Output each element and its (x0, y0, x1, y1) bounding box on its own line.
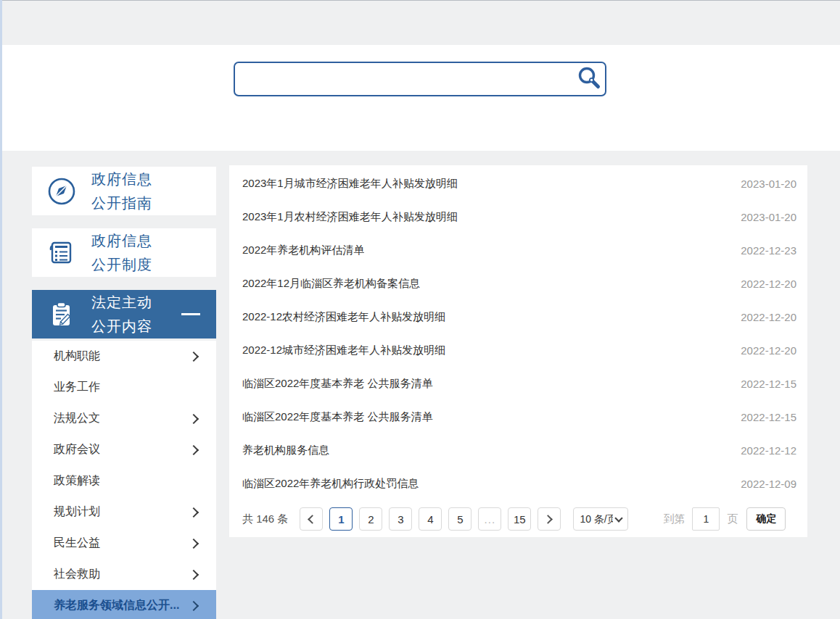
article-date: 2022-12-12 (741, 444, 796, 457)
list-item[interactable]: 2022-12城市经济困难老年人补贴发放明细 2022-12-20 (229, 333, 807, 367)
search-input[interactable] (235, 63, 573, 95)
page-size-select-wrap: 10 条/页 (573, 507, 628, 531)
menu-item-label: 民生公益 (54, 536, 100, 551)
goto-suffix-label: 页 (727, 512, 738, 526)
menu-item-planning[interactable]: 规划计划 (32, 497, 216, 528)
menu-item-label: 规划计划 (54, 504, 100, 520)
article-list-panel: 2023年1月城市经济困难老年人补贴发放明细 2023-01-20 2023年1… (229, 165, 807, 537)
article-date: 2022-12-15 (741, 378, 796, 390)
article-date: 2022-12-09 (741, 478, 796, 490)
article-title-link[interactable]: 临淄区2022年度基本养老 公共服务清单 (242, 410, 433, 424)
chevron-right-icon (189, 600, 199, 610)
menu-item-livelihood[interactable]: 民生公益 (32, 528, 216, 559)
window-top-border (0, 0, 840, 1)
menu-item-label: 机构职能 (54, 349, 100, 364)
sidebar-item-gov-info-system[interactable]: 政府信息 公开制度 (32, 228, 216, 277)
chevron-right-icon (189, 444, 199, 454)
page-button-5[interactable]: 5 (448, 507, 472, 531)
article-title-link[interactable]: 2022-12城市经济困难老年人补贴发放明细 (242, 344, 445, 357)
sidebar-item-label: 政府信息 公开制度 (91, 229, 152, 277)
prev-page-button[interactable] (300, 507, 323, 531)
header-band (0, 45, 840, 151)
page-button-1[interactable]: 1 (329, 507, 353, 531)
goto-prefix-label: 到第 (663, 512, 685, 526)
menu-item-regulations[interactable]: 法规公文 (32, 403, 216, 434)
menu-item-elderly-care-disclosure[interactable]: 养老服务领域信息公开... (32, 590, 216, 619)
menu-item-label: 政府会议 (54, 442, 100, 457)
sidebar-submenu: 机构职能 业务工作 法规公文 政府会议 政策解读 规划计划 民生公益 社会救助 … (32, 341, 216, 619)
list-item[interactable]: 2023年1月农村经济困难老年人补贴发放明细 2023-01-20 (229, 200, 807, 233)
page-size-select[interactable]: 10 条/页 (573, 507, 628, 531)
total-count-label: 共 146 条 (242, 512, 288, 526)
menu-item-label: 社会救助 (54, 567, 100, 582)
search-bar (234, 62, 606, 96)
list-item[interactable]: 2022年养老机构评估清单 2022-12-23 (229, 233, 807, 267)
menu-item-agency-functions[interactable]: 机构职能 (32, 341, 216, 372)
article-title-link[interactable]: 2022年12月临淄区养老机构备案信息 (242, 277, 420, 291)
document-icon (45, 236, 78, 270)
menu-item-policy-interpretation[interactable]: 政策解读 (32, 465, 216, 497)
list-item[interactable]: 临淄区2022年度基本养老 公共服务清单 2022-12-15 (229, 400, 807, 433)
compass-icon (45, 175, 78, 208)
list-item[interactable]: 2022-12农村经济困难老年人补贴发放明细 2022-12-20 (229, 300, 807, 333)
clipboard-pen-icon (45, 298, 78, 331)
next-page-button[interactable] (538, 507, 561, 531)
menu-item-gov-meetings[interactable]: 政府会议 (32, 434, 216, 465)
chevron-right-icon (544, 515, 553, 524)
article-title-link[interactable]: 临淄区2022年养老机构行政处罚信息 (242, 477, 419, 491)
article-date: 2022-12-15 (741, 411, 796, 423)
sidebar-item-label: 政府信息 公开指南 (91, 167, 152, 215)
confirm-button[interactable]: 确定 (746, 507, 786, 531)
page-button-4[interactable]: 4 (419, 507, 442, 531)
menu-item-label: 养老服务领域信息公开... (54, 598, 179, 613)
chevron-right-icon (189, 507, 199, 517)
menu-item-label: 法规公文 (54, 411, 100, 426)
chevron-right-icon (189, 413, 199, 423)
article-date: 2022-12-20 (741, 278, 796, 290)
menu-item-social-assistance[interactable]: 社会救助 (32, 559, 216, 590)
list-item[interactable]: 养老机构服务信息 2022-12-12 (229, 433, 807, 467)
collapse-minus-icon[interactable] (181, 313, 200, 315)
page-button-2[interactable]: 2 (359, 507, 382, 531)
article-date: 2022-12-23 (741, 244, 796, 257)
sidebar-item-gov-info-guide[interactable]: 政府信息 公开指南 (32, 167, 216, 215)
chevron-right-icon (189, 569, 199, 579)
menu-item-label: 政策解读 (54, 473, 100, 489)
article-date: 2023-01-20 (741, 211, 796, 223)
menu-item-business-work[interactable]: 业务工作 (32, 372, 216, 403)
page-left-accent (0, 0, 2, 619)
chevron-left-icon (308, 515, 318, 524)
article-list: 2023年1月城市经济困难老年人补贴发放明细 2023-01-20 2023年1… (229, 165, 807, 500)
list-item[interactable]: 2022年12月临淄区养老机构备案信息 2022-12-20 (229, 267, 807, 300)
article-title-link[interactable]: 临淄区2022年度基本养老 公共服务清单 (242, 377, 433, 391)
list-item[interactable]: 临淄区2022年养老机构行政处罚信息 2022-12-09 (229, 467, 807, 500)
article-date: 2022-12-20 (741, 344, 796, 357)
page-button-15[interactable]: 15 (508, 507, 531, 531)
article-title-link[interactable]: 2022-12农村经济困难老年人补贴发放明细 (242, 310, 445, 324)
list-item[interactable]: 临淄区2022年度基本养老 公共服务清单 2022-12-15 (229, 367, 807, 400)
page-button-3[interactable]: 3 (389, 507, 412, 531)
page-ellipsis-button[interactable]: ... (478, 507, 501, 531)
article-date: 2023-01-20 (741, 178, 796, 190)
search-button[interactable] (573, 63, 605, 95)
article-title-link[interactable]: 2023年1月农村经济困难老年人补贴发放明细 (242, 210, 458, 224)
pagination-bar: 共 146 条 1 2 3 4 5 ... 15 10 条/页 到第 页 确定 (242, 507, 807, 531)
article-title-link[interactable]: 养老机构服务信息 (242, 444, 329, 457)
sidebar-item-label: 法定主动 公开内容 (91, 291, 152, 338)
list-item[interactable]: 2023年1月城市经济困难老年人补贴发放明细 2023-01-20 (229, 167, 807, 200)
article-title-link[interactable]: 2022年养老机构评估清单 (242, 244, 364, 257)
goto-page-group: 到第 页 确定 (663, 507, 786, 531)
chevron-right-icon (189, 538, 199, 548)
article-title-link[interactable]: 2023年1月城市经济困难老年人补贴发放明细 (242, 177, 458, 191)
goto-page-input[interactable] (692, 507, 720, 531)
menu-item-label: 业务工作 (54, 380, 100, 395)
chevron-right-icon (189, 351, 199, 361)
sidebar-item-statutory-disclosure[interactable]: 法定主动 公开内容 (32, 290, 216, 338)
search-icon (577, 66, 601, 93)
article-date: 2022-12-20 (741, 311, 796, 323)
